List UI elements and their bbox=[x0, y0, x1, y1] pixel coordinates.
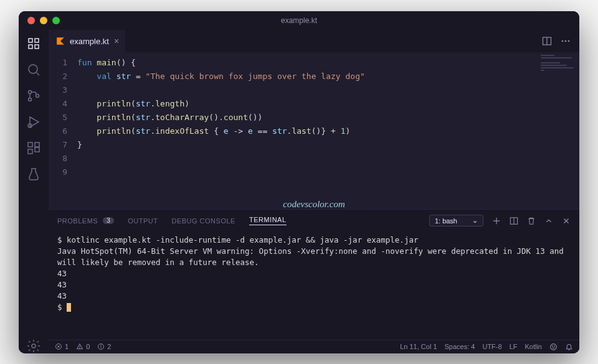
search-icon[interactable] bbox=[26, 62, 41, 77]
maximize-panel-icon[interactable] bbox=[544, 217, 553, 225]
terminal-output[interactable]: $ kotlinc example.kt -include-runtime -d… bbox=[49, 232, 579, 340]
editor[interactable]: 1 2 3 4 5 6 7 8 9 fun main() { val str =… bbox=[49, 52, 579, 209]
minimize-window-button[interactable] bbox=[40, 17, 47, 24]
editor-body: example.kt × 1 2 3 4 5 6 7 8 9 fun main(… bbox=[19, 30, 579, 353]
status-encoding[interactable]: UTF-8 bbox=[482, 343, 501, 350]
line-gutter: 1 2 3 4 5 6 7 8 9 bbox=[49, 52, 77, 209]
activity-bar bbox=[19, 30, 49, 353]
svg-rect-5 bbox=[28, 142, 32, 147]
svg-rect-6 bbox=[35, 142, 39, 147]
editor-window: example.kt example.kt × bbox=[19, 11, 579, 353]
warning-icon bbox=[76, 343, 83, 350]
output-tab[interactable]: OUTPUT bbox=[128, 217, 158, 225]
more-actions-icon[interactable] bbox=[561, 36, 571, 46]
status-bar: 1 0 2 Ln 11, Col 1 Spaces: 4 UTF-8 LF Ko… bbox=[49, 340, 579, 353]
source-control-icon[interactable] bbox=[26, 88, 41, 103]
status-warnings[interactable]: 0 bbox=[76, 343, 90, 350]
problems-count-badge: 3 bbox=[103, 217, 114, 224]
maximize-window-button[interactable] bbox=[52, 17, 60, 24]
testing-icon[interactable] bbox=[26, 167, 41, 182]
svg-rect-7 bbox=[28, 149, 32, 154]
svg-point-28 bbox=[101, 345, 102, 345]
close-tab-icon[interactable]: × bbox=[114, 37, 119, 45]
svg-point-3 bbox=[36, 94, 39, 97]
file-tab[interactable]: example.kt × bbox=[49, 30, 125, 52]
run-debug-icon[interactable] bbox=[26, 114, 41, 129]
bottom-panel: PROBLEMS 3 OUTPUT DEBUG CONSOLE TERMINAL… bbox=[49, 209, 579, 340]
status-notifications-icon[interactable] bbox=[565, 343, 573, 351]
svg-rect-8 bbox=[35, 147, 39, 152]
titlebar: example.kt bbox=[19, 11, 579, 30]
svg-point-25 bbox=[80, 348, 80, 348]
debug-console-tab[interactable]: DEBUG CONSOLE bbox=[171, 217, 235, 225]
svg-point-30 bbox=[552, 345, 553, 346]
close-window-button[interactable] bbox=[27, 17, 35, 24]
status-errors[interactable]: 1 bbox=[55, 343, 69, 350]
split-terminal-icon[interactable] bbox=[510, 217, 518, 225]
extensions-icon[interactable] bbox=[26, 141, 41, 156]
svg-point-14 bbox=[568, 40, 570, 42]
chevron-down-icon: ⌄ bbox=[472, 217, 478, 225]
kill-terminal-icon[interactable] bbox=[527, 217, 536, 225]
window-controls bbox=[19, 17, 60, 24]
main-area: example.kt × 1 2 3 4 5 6 7 8 9 fun main(… bbox=[49, 30, 579, 353]
terminal-cursor bbox=[67, 303, 71, 312]
status-feedback-icon[interactable] bbox=[549, 343, 558, 351]
panel-tab-bar: PROBLEMS 3 OUTPUT DEBUG CONSOLE TERMINAL… bbox=[49, 210, 579, 232]
svg-point-1 bbox=[29, 90, 32, 93]
svg-point-12 bbox=[562, 40, 564, 42]
svg-point-2 bbox=[29, 98, 32, 101]
editor-actions bbox=[542, 36, 579, 46]
tab-bar: example.kt × bbox=[49, 30, 579, 52]
info-icon bbox=[97, 343, 105, 350]
terminal-selector[interactable]: 1: bash ⌄ bbox=[429, 215, 483, 226]
kotlin-file-icon bbox=[56, 37, 65, 45]
problems-tab[interactable]: PROBLEMS 3 bbox=[57, 217, 114, 225]
new-terminal-icon[interactable] bbox=[492, 217, 501, 225]
terminal-tab[interactable]: TERMINAL bbox=[249, 216, 287, 225]
status-cursor-position[interactable]: Ln 11, Col 1 bbox=[400, 343, 437, 350]
status-indentation[interactable]: Spaces: 4 bbox=[445, 343, 475, 350]
status-language[interactable]: Kotlin bbox=[524, 343, 542, 350]
status-info[interactable]: 2 bbox=[97, 343, 111, 350]
explorer-icon[interactable] bbox=[26, 36, 41, 51]
split-editor-icon[interactable] bbox=[542, 36, 552, 46]
window-title: example.kt bbox=[281, 16, 317, 25]
tab-filename: example.kt bbox=[70, 37, 109, 46]
svg-point-29 bbox=[551, 343, 557, 350]
status-eol[interactable]: LF bbox=[510, 343, 518, 350]
svg-point-31 bbox=[554, 345, 555, 346]
svg-point-13 bbox=[565, 40, 567, 42]
minimap[interactable] bbox=[536, 52, 579, 209]
code-content[interactable]: fun main() { val str = "The quick brown … bbox=[77, 52, 536, 209]
svg-point-0 bbox=[29, 65, 37, 73]
settings-icon[interactable] bbox=[26, 338, 41, 353]
error-icon bbox=[55, 343, 62, 350]
svg-point-9 bbox=[32, 344, 36, 348]
close-panel-icon[interactable] bbox=[562, 217, 571, 225]
